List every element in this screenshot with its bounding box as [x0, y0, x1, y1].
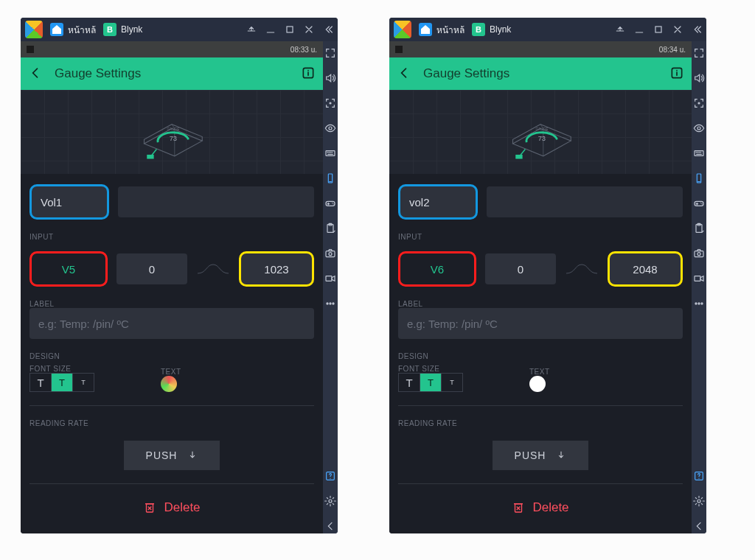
- hamburger-drawer-icon[interactable]: [242, 20, 261, 39]
- label-section-label: LABEL: [398, 300, 683, 308]
- fontsize-small[interactable]: T: [73, 374, 94, 391]
- bluestacks-logo-icon: [394, 21, 411, 38]
- range-min-input[interactable]: 0: [485, 253, 556, 284]
- back-nav-icon[interactable]: [323, 519, 338, 533]
- range-min-input[interactable]: 0: [116, 253, 187, 284]
- emulator-side-toolbar: [323, 41, 338, 533]
- minimize-icon[interactable]: [261, 20, 280, 39]
- device-icon[interactable]: [323, 171, 338, 186]
- label-input[interactable]: e.g: Temp: /pin/ ºC: [29, 308, 314, 339]
- color-picker[interactable]: [161, 376, 177, 392]
- widget-name-rest[interactable]: [487, 186, 683, 217]
- svg-point-40: [697, 500, 700, 503]
- svg-point-15: [327, 303, 328, 304]
- gauge-preview: 73 GAUGE: [389, 90, 692, 174]
- minimize-icon[interactable]: [630, 20, 649, 39]
- fullscreen-icon[interactable]: [323, 46, 338, 60]
- info-icon[interactable]: [301, 66, 316, 83]
- gamepad-icon[interactable]: [323, 196, 338, 211]
- widget-name-input[interactable]: Vol1: [29, 184, 109, 220]
- gear-icon[interactable]: [323, 494, 338, 508]
- gamepad-icon[interactable]: [692, 196, 706, 211]
- volume-icon[interactable]: [323, 71, 338, 85]
- chevron-down-icon: [187, 450, 198, 461]
- svg-point-38: [701, 303, 703, 304]
- fullscreen-icon[interactable]: [692, 46, 706, 60]
- volume-icon[interactable]: [692, 71, 706, 85]
- delete-button[interactable]: Delete: [398, 500, 683, 515]
- blynk-icon: B: [472, 23, 485, 36]
- close-icon[interactable]: [299, 20, 319, 39]
- fontsize-selector[interactable]: T T T: [398, 373, 463, 392]
- more-icon[interactable]: [323, 296, 338, 311]
- svg-point-6: [329, 127, 332, 130]
- tab-blynk-label: Blynk: [490, 24, 511, 35]
- help-icon[interactable]: [692, 469, 706, 483]
- focus-icon[interactable]: [323, 96, 338, 111]
- hamburger-drawer-icon[interactable]: [610, 20, 630, 39]
- range-max-input[interactable]: 1023: [239, 251, 314, 287]
- eye-icon[interactable]: [692, 121, 706, 136]
- video-icon[interactable]: [323, 271, 338, 286]
- more-icon[interactable]: [692, 296, 706, 311]
- reading-rate-selector[interactable]: PUSH: [124, 441, 220, 470]
- back-nav-icon[interactable]: [692, 519, 706, 533]
- svg-text:GAUGE: GAUGE: [535, 127, 548, 131]
- maximize-icon[interactable]: [649, 20, 668, 39]
- camera-icon[interactable]: [323, 246, 338, 261]
- statusbar-left-icon: [395, 46, 403, 53]
- gear-icon[interactable]: [692, 494, 706, 508]
- fontsize-small[interactable]: T: [442, 374, 462, 391]
- tab-blynk-label: Blynk: [121, 24, 142, 35]
- trash-icon: [512, 501, 525, 514]
- fontsize-large[interactable]: T: [30, 374, 52, 391]
- svg-point-27: [697, 127, 700, 130]
- keyboard-icon[interactable]: [692, 146, 706, 161]
- fontsize-selector[interactable]: T T T: [29, 373, 94, 392]
- clipboard-icon[interactable]: [692, 221, 706, 236]
- pin-selector[interactable]: V6: [398, 251, 476, 287]
- svg-point-37: [698, 303, 700, 304]
- collapse-sidebar-icon[interactable]: [319, 20, 338, 39]
- tab-home[interactable]: หน้าหล้: [50, 21, 96, 38]
- svg-rect-3: [147, 155, 153, 159]
- fontsize-large[interactable]: T: [399, 374, 420, 391]
- camera-icon[interactable]: [692, 246, 706, 261]
- svg-point-5: [330, 102, 331, 104]
- design-section-label: DESIGN: [29, 352, 314, 360]
- maximize-icon[interactable]: [280, 20, 299, 39]
- range-max-input[interactable]: 2048: [608, 251, 683, 287]
- delete-button[interactable]: Delete: [29, 500, 314, 515]
- reading-rate-selector[interactable]: PUSH: [493, 441, 588, 470]
- info-icon[interactable]: [669, 66, 684, 83]
- design-section-label: DESIGN: [398, 352, 683, 360]
- tab-home[interactable]: หน้าหล้: [419, 21, 465, 38]
- label-section-label: LABEL: [29, 300, 314, 308]
- fontsize-medium[interactable]: T: [420, 374, 442, 391]
- back-icon[interactable]: [28, 66, 43, 83]
- pin-selector[interactable]: V5: [29, 251, 108, 287]
- help-icon[interactable]: [323, 469, 338, 483]
- close-icon[interactable]: [668, 20, 687, 39]
- clipboard-icon[interactable]: [323, 221, 338, 236]
- home-icon: [50, 23, 63, 36]
- collapse-sidebar-icon[interactable]: [687, 20, 706, 39]
- svg-point-17: [333, 303, 334, 304]
- eye-icon[interactable]: [323, 121, 338, 136]
- widget-name-input[interactable]: vol2: [398, 184, 478, 220]
- back-icon[interactable]: [397, 66, 411, 83]
- keyboard-icon[interactable]: [323, 146, 338, 161]
- fontsize-medium[interactable]: T: [52, 374, 73, 391]
- range-connector-icon: [196, 262, 230, 276]
- device-icon[interactable]: [692, 171, 706, 186]
- label-input[interactable]: e.g: Temp: /pin/ ºC: [398, 308, 683, 339]
- focus-icon[interactable]: [692, 96, 706, 111]
- tab-blynk[interactable]: B Blynk: [103, 21, 142, 38]
- widget-name-rest[interactable]: [118, 186, 314, 217]
- color-picker[interactable]: [529, 376, 546, 392]
- video-icon[interactable]: [692, 271, 706, 286]
- svg-rect-35: [695, 276, 700, 281]
- window-titlebar: หน้าหล้ B Blynk: [389, 18, 706, 41]
- home-icon: [419, 23, 432, 36]
- tab-blynk[interactable]: B Blynk: [472, 21, 511, 38]
